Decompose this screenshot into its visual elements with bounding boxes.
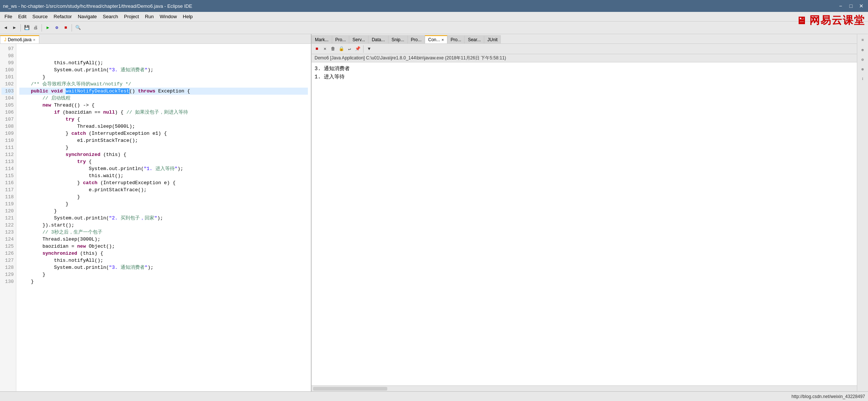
- code-line-103: public void waitNotifyDeadLockTest() thr…: [19, 88, 308, 95]
- code-line-98: System.out.println("3. 通知消费者");: [19, 66, 308, 74]
- console-tab-6[interactable]: Con... ×: [425, 35, 447, 43]
- code-line-123: // 3秒之后，生产一个包子: [19, 229, 308, 236]
- toolbar-sep-3: [72, 24, 72, 32]
- minimize-button[interactable]: −: [837, 3, 844, 9]
- console-tab-7[interactable]: Pro...: [447, 35, 465, 43]
- line-number-118: 118: [1, 193, 14, 200]
- close-button[interactable]: ✕: [858, 3, 865, 9]
- menu-item-edit[interactable]: Edit: [15, 13, 29, 20]
- panel-btn-1[interactable]: ≡: [858, 36, 867, 45]
- console-output[interactable]: 3. 通知消费者1. 进入等待: [312, 62, 857, 385]
- panel-btn-5[interactable]: ↕: [858, 74, 867, 83]
- menu-item-refactor[interactable]: Refactor: [51, 13, 75, 20]
- line-number-112: 112: [1, 151, 14, 158]
- line-number-130: 130: [1, 278, 14, 285]
- line-number-104: 104: [1, 95, 14, 102]
- panel-btn-4[interactable]: ⊗: [858, 65, 867, 74]
- menu-item-window[interactable]: Window: [157, 13, 180, 20]
- code-line-118: }: [19, 193, 308, 200]
- toolbar-save[interactable]: 💾: [23, 24, 31, 32]
- code-line-111: }: [19, 144, 308, 151]
- console-tab-close-6[interactable]: ×: [441, 38, 444, 42]
- toolbar-search[interactable]: 🔍: [74, 24, 82, 32]
- menu-item-navigate[interactable]: Navigate: [75, 13, 100, 20]
- code-line-117: e.printStackTrace();: [19, 186, 308, 193]
- code-line-116: } catch (InterruptedException e) {: [19, 179, 308, 186]
- code-area: 9798991001011021031041051061071081091101…: [0, 44, 311, 391]
- clear-button[interactable]: 🗑: [329, 45, 337, 53]
- console-scrollbar: [312, 385, 857, 391]
- console-tab-3[interactable]: Data...: [368, 35, 388, 43]
- icon-panel: ≡ ⊕ ⊘ ⊗ ↕: [857, 34, 868, 391]
- line-number-97: 97: [1, 45, 14, 52]
- code-content[interactable]: this.notifyAll(); System.out.println("3.…: [16, 44, 311, 391]
- window-controls: − □ ✕: [837, 3, 865, 9]
- main-layout: J Demo6.java × 9798991001011021031041051…: [0, 34, 868, 391]
- line-number-123: 123: [1, 229, 14, 236]
- line-number-99: 99: [1, 59, 14, 66]
- console-tab-0[interactable]: Mark...: [312, 35, 332, 43]
- toolbar-sep-2: [42, 24, 42, 32]
- line-number-106: 106: [1, 109, 14, 116]
- line-number-121: 121: [1, 215, 14, 222]
- maximize-button[interactable]: □: [847, 3, 855, 9]
- console-tab-2[interactable]: Serv...: [349, 35, 368, 43]
- watermark: 🖥 网易云课堂: [796, 13, 865, 27]
- horizontal-scrollbar[interactable]: [313, 387, 387, 391]
- right-pane: Mark...Pro...Serv...Data...Snip...Pro...…: [312, 34, 857, 391]
- line-number-127: 127: [1, 257, 14, 264]
- code-line-119: }: [19, 200, 308, 208]
- toolbar-print[interactable]: 🖨: [32, 24, 40, 32]
- code-line-129: }: [19, 271, 308, 278]
- code-line-126: synchronized (this) {: [19, 250, 308, 257]
- line-number-117: 117: [1, 186, 14, 193]
- line-number-115: 115: [1, 172, 14, 179]
- console-tab-8[interactable]: Sear...: [464, 35, 484, 43]
- line-number-105: 105: [1, 102, 14, 109]
- toolbar-stop[interactable]: ■: [62, 24, 70, 32]
- toolbar: ◀ ▶ 💾 🖨 ▶ ⚙ ■ 🔍: [0, 22, 868, 34]
- menu-item-project[interactable]: Project: [121, 13, 142, 20]
- tab-close-button[interactable]: ×: [33, 38, 35, 42]
- console-tab-bar: Mark...Pro...Serv...Data...Snip...Pro...…: [312, 34, 857, 44]
- code-line-121: System.out.println("2. 买到包子，回家");: [19, 215, 308, 222]
- code-rest: (): [129, 88, 138, 94]
- line-number-129: 129: [1, 271, 14, 278]
- menu-item-search[interactable]: Search: [100, 13, 121, 20]
- console-menu[interactable]: ▼: [365, 45, 373, 53]
- code-line-109: } catch (InterruptedException e1) {: [19, 130, 308, 137]
- remove-button[interactable]: ✕: [321, 45, 329, 53]
- panel-btn-3[interactable]: ⊘: [858, 55, 867, 64]
- toolbar-back[interactable]: ◀: [1, 24, 10, 32]
- code-line-99: }: [19, 74, 308, 81]
- menu-item-help[interactable]: Help: [180, 13, 196, 20]
- console-tab-4[interactable]: Snip...: [388, 35, 408, 43]
- code-line-113: try {: [19, 158, 308, 165]
- menu-item-file[interactable]: File: [1, 13, 15, 20]
- code-line-108: Thread.sleep(5000L);: [19, 123, 308, 130]
- panel-btn-2[interactable]: ⊕: [858, 45, 867, 54]
- menu-item-source[interactable]: Source: [29, 13, 50, 20]
- menu-item-run[interactable]: Run: [142, 13, 157, 20]
- line-number-124: 124: [1, 236, 14, 243]
- terminate-button[interactable]: ■: [313, 45, 320, 53]
- console-tab-9[interactable]: JUnit: [484, 35, 501, 43]
- console-tab-1[interactable]: Pro...: [332, 35, 349, 43]
- word-wrap-button[interactable]: ↵: [346, 45, 353, 53]
- code-line-105: new Thread(() -> {: [19, 102, 308, 109]
- scroll-lock-button[interactable]: 🔒: [338, 45, 345, 53]
- line-number-109: 109: [1, 130, 14, 137]
- editor-tab-demo6[interactable]: J Demo6.java ×: [0, 35, 39, 43]
- pin-button[interactable]: 📌: [354, 45, 361, 53]
- kw-public: public: [31, 88, 48, 94]
- code-line-122: }).start();: [19, 222, 308, 229]
- toolbar-debug[interactable]: ⚙: [53, 24, 61, 32]
- editor-tab-bar: J Demo6.java ×: [0, 34, 311, 44]
- console-tab-5[interactable]: Pro...: [408, 35, 425, 43]
- code-line-114: System.out.println("1. 进入等待");: [19, 165, 308, 172]
- code-line-97: this.notifyAll();: [19, 59, 308, 66]
- toolbar-forward[interactable]: ▶: [10, 24, 19, 32]
- code-line-102: /** 会导致程序永久等待的wait/notify */: [19, 81, 308, 88]
- code-line-107: try {: [19, 116, 308, 123]
- toolbar-run[interactable]: ▶: [44, 24, 52, 32]
